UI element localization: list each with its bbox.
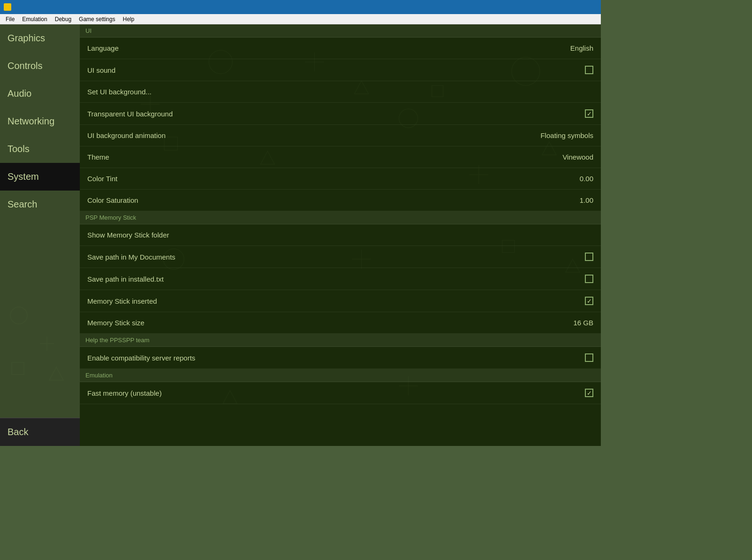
maximize-button[interactable]	[553, 0, 575, 14]
section-header-psp-memory-stick: PSP Memory Stick	[80, 211, 601, 224]
sidebar-item-networking[interactable]: Networking	[0, 107, 80, 135]
checkbox-memory-stick-inserted[interactable]	[585, 297, 593, 305]
sidebar-item-controls[interactable]: Controls	[0, 52, 80, 80]
checkbox-ui-sound[interactable]	[585, 66, 593, 74]
settings-label-memory-stick-inserted: Memory Stick inserted	[87, 297, 585, 305]
settings-value-theme: Vinewood	[562, 153, 593, 161]
settings-label-transparent-ui-background: Transparent UI background	[87, 110, 585, 118]
sidebar-item-audio[interactable]: Audio	[0, 80, 80, 107]
settings-row-set-ui-background[interactable]: Set UI background...	[80, 81, 601, 103]
settings-label-memory-stick-size: Memory Stick size	[87, 319, 566, 327]
titlebar	[0, 0, 601, 14]
settings-label-ui-background-animation: UI background animation	[87, 131, 533, 139]
menubar: FileEmulationDebugGame settingsHelp	[0, 14, 601, 24]
back-button[interactable]: Back	[0, 418, 80, 446]
svg-point-0	[10, 307, 27, 324]
settings-row-color-tint[interactable]: Color Tint0.00	[80, 168, 601, 190]
titlebar-left	[4, 3, 14, 11]
settings-label-language: Language	[87, 44, 563, 52]
settings-value-ui-background-animation: Floating symbols	[540, 131, 593, 139]
main-layout: GraphicsControlsAudioNetworkingToolsSyst…	[0, 24, 601, 446]
menu-item-debug[interactable]: Debug	[51, 15, 75, 23]
settings-label-fast-memory: Fast memory (unstable)	[87, 389, 585, 397]
sidebar-item-system[interactable]: System	[0, 163, 80, 191]
svg-rect-3	[12, 362, 24, 375]
settings-row-ui-sound[interactable]: UI sound	[80, 59, 601, 81]
checkbox-transparent-ui-background[interactable]	[585, 109, 593, 118]
checkbox-save-path-installed[interactable]	[585, 275, 593, 283]
checkbox-fast-memory[interactable]	[585, 389, 593, 397]
nav-items-container: GraphicsControlsAudioNetworkingToolsSyst…	[0, 24, 80, 218]
close-button[interactable]	[576, 0, 597, 14]
settings-value-memory-stick-size: 16 GB	[573, 319, 593, 327]
settings-row-ui-background-animation[interactable]: UI background animationFloating symbols	[80, 125, 601, 146]
settings-row-show-memory-stick-folder[interactable]: Show Memory Stick folder	[80, 224, 601, 246]
app-icon	[4, 3, 11, 11]
sidebar-item-graphics[interactable]: Graphics	[0, 24, 80, 52]
menu-item-game-settings[interactable]: Game settings	[75, 15, 119, 23]
minimize-button[interactable]	[530, 0, 552, 14]
checkbox-enable-compatibility[interactable]	[585, 353, 593, 362]
section-header-emulation: Emulation	[80, 369, 601, 382]
settings-row-language[interactable]: LanguageEnglish	[80, 38, 601, 59]
content-area[interactable]: UILanguageEnglishUI soundSet UI backgrou…	[80, 24, 601, 446]
sidebar-item-search[interactable]: Search	[0, 191, 80, 218]
settings-row-transparent-ui-background[interactable]: Transparent UI background	[80, 103, 601, 125]
settings-row-memory-stick-inserted[interactable]: Memory Stick inserted	[80, 290, 601, 312]
settings-label-ui-sound: UI sound	[87, 66, 585, 74]
sidebar-item-tools[interactable]: Tools	[0, 135, 80, 163]
settings-value-language: English	[570, 44, 593, 52]
settings-row-memory-stick-size[interactable]: Memory Stick size16 GB	[80, 312, 601, 334]
menu-item-emulation[interactable]: Emulation	[18, 15, 51, 23]
settings-label-save-path-my-documents: Save path in My Documents	[87, 253, 585, 261]
titlebar-controls	[530, 0, 597, 14]
menu-item-help[interactable]: Help	[119, 15, 138, 23]
section-header-help-ppsspp: Help the PPSSPP team	[80, 334, 601, 347]
settings-value-color-tint: 0.00	[580, 175, 593, 183]
sections-container: UILanguageEnglishUI soundSet UI backgrou…	[80, 24, 601, 404]
settings-row-theme[interactable]: ThemeVinewood	[80, 146, 601, 168]
settings-label-set-ui-background: Set UI background...	[87, 88, 593, 96]
settings-row-color-saturation[interactable]: Color Saturation1.00	[80, 190, 601, 211]
settings-label-theme: Theme	[87, 153, 555, 161]
settings-label-color-tint: Color Tint	[87, 175, 572, 183]
settings-label-save-path-installed: Save path in installed.txt	[87, 275, 585, 283]
checkbox-save-path-my-documents[interactable]	[585, 253, 593, 261]
settings-label-show-memory-stick-folder: Show Memory Stick folder	[87, 231, 593, 239]
section-header-ui: UI	[80, 24, 601, 38]
settings-row-fast-memory[interactable]: Fast memory (unstable)	[80, 382, 601, 404]
menu-item-file[interactable]: File	[2, 15, 18, 23]
settings-label-enable-compatibility: Enable compatibility server reports	[87, 354, 585, 362]
settings-row-enable-compatibility[interactable]: Enable compatibility server reports	[80, 347, 601, 369]
sidebar: GraphicsControlsAudioNetworkingToolsSyst…	[0, 24, 80, 446]
settings-row-save-path-my-documents[interactable]: Save path in My Documents	[80, 246, 601, 268]
svg-marker-4	[49, 367, 63, 380]
settings-label-color-saturation: Color Saturation	[87, 196, 572, 204]
settings-row-save-path-installed[interactable]: Save path in installed.txt	[80, 268, 601, 290]
settings-value-color-saturation: 1.00	[580, 196, 593, 204]
